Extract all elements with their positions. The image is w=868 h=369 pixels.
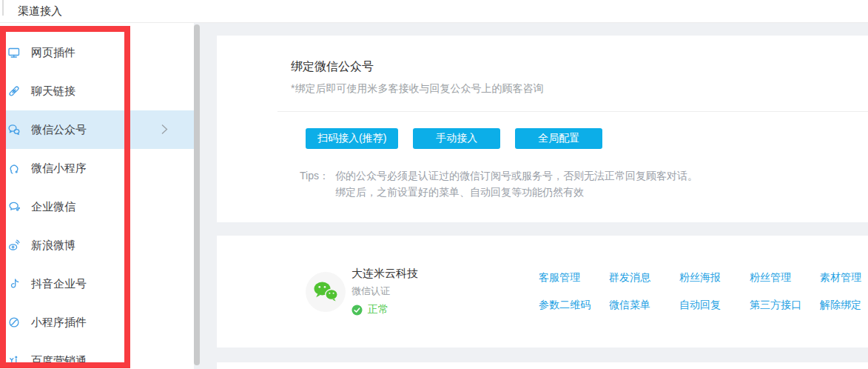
account-name: 大连米云科技 — [351, 267, 418, 281]
account-actions: 客服管理群发消息粉丝海报粉丝管理素材管理 参数二维码微信菜单自动回复第三方接口解… — [539, 271, 868, 312]
sidebar-item-label: 小程序插件 — [31, 316, 87, 330]
channel-sidebar: 网页插件 聊天链接 — [0, 23, 194, 369]
sidebar-item-label: 网页插件 — [31, 46, 75, 60]
content-area: 网页插件 聊天链接 — [0, 23, 868, 369]
tips-line-2: 绑定后，之前设置好的菜单、自动回复等功能仍然有效 — [335, 184, 698, 200]
next-card-partial — [217, 362, 868, 369]
channel-icon — [7, 123, 21, 136]
sidebar-item-wechat-miniprogram[interactable]: 微信小程序 — [0, 149, 194, 187]
sidebar-item-label: 百度营销通 — [31, 354, 87, 368]
channel-icon — [7, 162, 21, 175]
sidebar-item-baidu-marketing[interactable]: 百度营销通 — [0, 342, 194, 369]
sidebar-item-web-plugin[interactable]: 网页插件 — [0, 33, 194, 72]
account-action-link[interactable]: 自动回复 — [679, 299, 721, 312]
page-header: 渠道接入 — [0, 0, 868, 23]
sidebar-item-wecom[interactable]: 企业微信 — [0, 187, 194, 226]
channel-icon — [7, 239, 21, 252]
account-action-link[interactable]: 微信菜单 — [609, 299, 650, 312]
status-badge: 正常 — [368, 303, 388, 316]
connect-button-global[interactable]: 全局配置 — [515, 128, 602, 149]
status-check-icon — [351, 305, 363, 316]
wechat-account-avatar — [306, 272, 346, 312]
sidebar-item-sina-weibo[interactable]: 新浪微博 — [0, 226, 194, 265]
account-action-link[interactable]: 粉丝管理 — [750, 271, 791, 285]
account-action-link[interactable]: 素材管理 — [820, 271, 861, 285]
account-action-link[interactable]: 参数二维码 — [539, 299, 591, 312]
sidebar-item-label: 抖音企业号 — [31, 277, 87, 291]
chevron-right-icon — [161, 123, 169, 139]
sidebar-item-label: 微信小程序 — [31, 162, 87, 176]
header-accent-divider — [2, 0, 4, 16]
account-action-link[interactable]: 第三方接口 — [750, 299, 801, 312]
connect-button-manual[interactable]: 手动接入 — [413, 128, 500, 149]
account-action-link[interactable]: 客服管理 — [539, 271, 580, 285]
sidebar-item-label: 企业微信 — [31, 200, 75, 214]
sidebar-item-label: 微信公众号 — [31, 123, 87, 137]
bind-wechat-card: 绑定微信公众号 *绑定后即可使用米多客接收与回复公众号上的顾客咨询 扫码接入(推… — [217, 36, 868, 222]
tips-label: Tips： — [300, 167, 329, 200]
channel-icon — [7, 277, 21, 290]
divider — [277, 111, 868, 112]
tips-block: Tips： 你的公众号必须是认证过的微信订阅号或服务号，否则无法正常回复顾客对话… — [300, 167, 868, 200]
sidebar-item-miniprogram-plugin[interactable]: 小程序插件 — [0, 303, 194, 342]
account-cert-label: 微信认证 — [351, 285, 418, 298]
channel-icon — [7, 84, 21, 98]
page-title: 渠道接入 — [18, 4, 62, 19]
sidebar-item-label: 聊天链接 — [31, 84, 75, 99]
sidebar-item-douyin-enterprise[interactable]: 抖音企业号 — [0, 265, 194, 303]
bound-account-card: 大连米云科技 微信认证 正常 客服管理群发消息粉丝海报粉丝管理素材管理 参数二维… — [217, 236, 868, 348]
account-action-link[interactable]: 群发消息 — [609, 271, 650, 285]
sidebar-item-chat-link[interactable]: 聊天链接 — [0, 72, 194, 110]
wechat-logo-icon — [312, 280, 339, 304]
main-panel: 绑定微信公众号 *绑定后即可使用米多客接收与回复公众号上的顾客咨询 扫码接入(推… — [194, 23, 868, 369]
channel-icon — [7, 46, 21, 59]
card-subtitle: *绑定后即可使用米多客接收与回复公众号上的顾客咨询 — [291, 82, 868, 96]
sidebar-item-label: 新浪微博 — [31, 239, 75, 253]
channel-icon — [7, 316, 21, 329]
tips-line-1: 你的公众号必须是认证过的微信订阅号或服务号，否则无法正常回复顾客对话。 — [335, 167, 698, 184]
channel-icon — [7, 200, 21, 213]
connect-button-scan[interactable]: 扫码接入(推荐) — [306, 128, 398, 149]
sidebar-scrollbar[interactable] — [194, 24, 200, 365]
card-title: 绑定微信公众号 — [291, 59, 868, 75]
sidebar-item-wechat-official[interactable]: 微信公众号 — [0, 110, 194, 149]
account-action-link[interactable]: 解除绑定 — [820, 299, 861, 312]
channel-icon — [7, 354, 21, 368]
account-action-link[interactable]: 粉丝海报 — [679, 271, 721, 285]
